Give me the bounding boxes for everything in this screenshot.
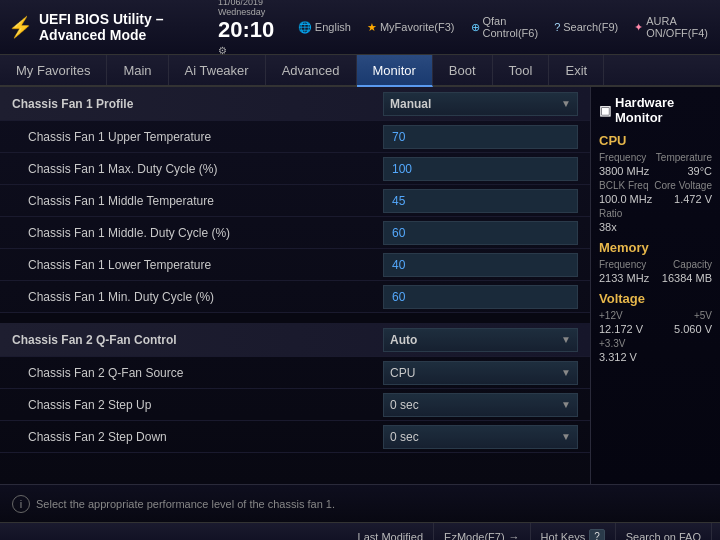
- chassis-fan1-max-duty-input[interactable]: [383, 157, 578, 181]
- content-area: Chassis Fan 1 Profile Manual ▼ Chassis F…: [0, 87, 590, 484]
- fan-icon: ⊕: [471, 21, 480, 34]
- nav-tool[interactable]: Tool: [493, 55, 550, 85]
- hotkeys-key: ?: [589, 529, 605, 540]
- hw-cpu-bclk-values-row: 100.0 MHz 1.472 V: [599, 193, 712, 206]
- search-faq-button[interactable]: Search on FAQ: [616, 523, 712, 541]
- chassis-fan1-profile-label: Chassis Fan 1 Profile: [12, 97, 383, 111]
- chassis-fan1-mid-temp-value: [383, 189, 578, 213]
- chassis-fan1-min-duty-row: Chassis Fan 1 Min. Duty Cycle (%): [0, 281, 590, 313]
- hw-cpu-bclk-value: 100.0 MHz: [599, 193, 652, 205]
- hw-volt-33v-header-row: +3.3V: [599, 338, 712, 349]
- hw-cpu-core-v-value: 1.472 V: [674, 193, 712, 205]
- time-display: 20:10 ⚙: [218, 17, 276, 57]
- hw-cpu-ratio-value: 38x: [599, 221, 617, 233]
- chassis-fan1-min-duty-input[interactable]: [383, 285, 578, 309]
- ezmode-button[interactable]: EzMode(F7) →: [434, 523, 531, 541]
- hotkeys-button[interactable]: Hot Keys ?: [531, 523, 616, 541]
- chassis-fan1-min-duty-value: [383, 285, 578, 309]
- chassis-fan2-step-up-label: Chassis Fan 2 Step Up: [12, 398, 383, 412]
- chassis-fan2-step-down-row: Chassis Fan 2 Step Down 0 sec ▼: [0, 421, 590, 453]
- qfan-control-button[interactable]: ⊕ Qfan Control(F6): [467, 13, 543, 41]
- last-modified-button[interactable]: Last Modified: [348, 523, 434, 541]
- hw-volt-12v-header-row: +12V +5V: [599, 310, 712, 321]
- date-display: 11/06/2019 Wednesday: [218, 0, 276, 17]
- nav-ai-tweaker[interactable]: Ai Tweaker: [169, 55, 266, 85]
- hw-volt-33v-values-row: 3.312 V: [599, 351, 712, 364]
- info-text: Select the appropriate performance level…: [36, 498, 335, 510]
- chassis-fan2-source-select[interactable]: CPU ▼: [383, 361, 578, 385]
- chassis-fan2-qfan-control-select[interactable]: Auto ▼: [383, 328, 578, 352]
- hw-memory-section-title: Memory: [599, 240, 712, 255]
- chevron-down-icon: ▼: [561, 334, 571, 345]
- aura-button[interactable]: ✦ AURA ON/OFF(F4): [630, 13, 712, 41]
- hw-mem-freq-value: 2133 MHz: [599, 272, 649, 284]
- nav-main[interactable]: Main: [107, 55, 168, 85]
- hw-volt-33v-label: +3.3V: [599, 338, 625, 349]
- chassis-fan1-upper-temp-input[interactable]: [383, 125, 578, 149]
- hw-cpu-bclk-label: BCLK Freq: [599, 180, 648, 191]
- main-layout: Chassis Fan 1 Profile Manual ▼ Chassis F…: [0, 87, 720, 484]
- arrow-right-icon: →: [509, 531, 520, 541]
- hw-volt-12v-value: 12.172 V: [599, 323, 643, 335]
- chassis-fan1-mid-temp-label: Chassis Fan 1 Middle Temperature: [12, 194, 383, 208]
- logo-icon: ⚡: [8, 15, 33, 39]
- chassis-fan1-mid-temp-row: Chassis Fan 1 Middle Temperature: [0, 185, 590, 217]
- hw-mem-values-row: 2133 MHz 16384 MB: [599, 272, 712, 285]
- my-favorites-button[interactable]: ★ MyFavorite(F3): [363, 19, 459, 36]
- chassis-fan1-min-duty-label: Chassis Fan 1 Min. Duty Cycle (%): [12, 290, 383, 304]
- nav-exit[interactable]: Exit: [549, 55, 604, 85]
- monitor-icon: ▣: [599, 103, 611, 118]
- hw-mem-cap-value: 16384 MB: [662, 272, 712, 284]
- chassis-fan1-lower-temp-row: Chassis Fan 1 Lower Temperature: [0, 249, 590, 281]
- chassis-fan1-profile-select[interactable]: Manual ▼: [383, 92, 578, 116]
- hw-volt-12v-values-row: 12.172 V 5.060 V: [599, 323, 712, 336]
- chassis-fan1-profile-value: Manual ▼: [383, 92, 578, 116]
- hw-cpu-ratio-value-row: 38x: [599, 221, 712, 234]
- chassis-fan2-source-label: Chassis Fan 2 Q-Fan Source: [12, 366, 383, 380]
- hw-cpu-bclk-header-row: BCLK Freq Core Voltage: [599, 180, 712, 191]
- chassis-fan1-lower-temp-input[interactable]: [383, 253, 578, 277]
- chassis-fan1-mid-duty-input[interactable]: [383, 221, 578, 245]
- chassis-fan2-step-up-row: Chassis Fan 2 Step Up 0 sec ▼: [0, 389, 590, 421]
- chassis-fan1-lower-temp-value: [383, 253, 578, 277]
- info-bar: i Select the appropriate performance lev…: [0, 484, 720, 522]
- hw-mem-freq-label: Frequency: [599, 259, 646, 270]
- chassis-fan1-mid-temp-input[interactable]: [383, 189, 578, 213]
- chassis-fan1-upper-temp-row: Chassis Fan 1 Upper Temperature: [0, 121, 590, 153]
- chassis-fan2-qfan-control-row: Chassis Fan 2 Q-Fan Control Auto ▼: [0, 323, 590, 357]
- hardware-monitor-panel: ▣ Hardware Monitor CPU Frequency Tempera…: [590, 87, 720, 484]
- hw-cpu-section-title: CPU: [599, 133, 712, 148]
- hw-cpu-values-row: 3800 MHz 39°C: [599, 165, 712, 178]
- hw-cpu-freq-value: 3800 MHz: [599, 165, 649, 177]
- nav-boot[interactable]: Boot: [433, 55, 493, 85]
- chassis-fan2-step-down-label: Chassis Fan 2 Step Down: [12, 430, 383, 444]
- nav-advanced[interactable]: Advanced: [266, 55, 357, 85]
- search-icon: ?: [554, 21, 560, 33]
- datetime-area: 11/06/2019 Wednesday 20:10 ⚙: [218, 0, 276, 57]
- chassis-fan1-mid-duty-row: Chassis Fan 1 Middle. Duty Cycle (%): [0, 217, 590, 249]
- bios-title: UEFI BIOS Utility – Advanced Mode: [39, 11, 208, 43]
- nav-monitor[interactable]: Monitor: [357, 55, 433, 87]
- hw-voltage-section-title: Voltage: [599, 291, 712, 306]
- hw-cpu-freq-label: Frequency: [599, 152, 646, 163]
- hw-cpu-core-v-label: Core Voltage: [654, 180, 712, 191]
- chassis-fan2-step-up-select[interactable]: 0 sec ▼: [383, 393, 578, 417]
- globe-icon: 🌐: [298, 21, 312, 34]
- language-button[interactable]: 🌐 English: [294, 19, 355, 36]
- chassis-fan1-profile-row: Chassis Fan 1 Profile Manual ▼: [0, 87, 590, 121]
- chassis-fan1-max-duty-label: Chassis Fan 1 Max. Duty Cycle (%): [12, 162, 383, 176]
- logo-area: ⚡ UEFI BIOS Utility – Advanced Mode: [8, 11, 208, 43]
- chassis-fan2-source-row: Chassis Fan 2 Q-Fan Source CPU ▼: [0, 357, 590, 389]
- chassis-fan2-step-down-select[interactable]: 0 sec ▼: [383, 425, 578, 449]
- chassis-fan2-source-value: CPU ▼: [383, 361, 578, 385]
- hw-cpu-temp-label: Temperature: [656, 152, 712, 163]
- nav-my-favorites[interactable]: My Favorites: [0, 55, 107, 85]
- hw-monitor-title: ▣ Hardware Monitor: [599, 95, 712, 125]
- chassis-fan1-upper-temp-label: Chassis Fan 1 Upper Temperature: [12, 130, 383, 144]
- search-button[interactable]: ? Search(F9): [550, 19, 622, 35]
- chassis-fan2-qfan-control-value: Auto ▼: [383, 328, 578, 352]
- top-bar: ⚡ UEFI BIOS Utility – Advanced Mode 11/0…: [0, 0, 720, 55]
- hw-cpu-temp-value: 39°C: [687, 165, 712, 177]
- hw-volt-33v-value: 3.312 V: [599, 351, 637, 363]
- star-icon: ★: [367, 21, 377, 34]
